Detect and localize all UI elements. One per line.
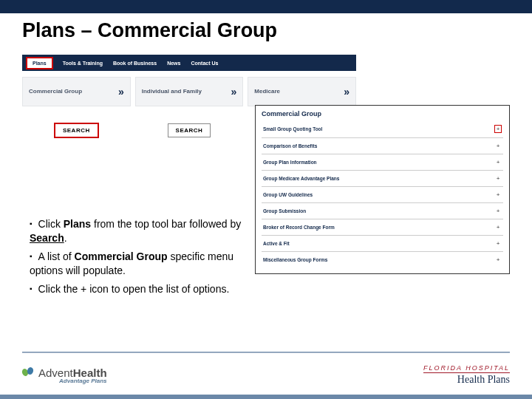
plus-icon[interactable]: +	[494, 191, 502, 198]
plan-card-individual-family[interactable]: Individual and Family »	[135, 77, 244, 106]
cg-row-group-submission[interactable]: Group Submission +	[262, 203, 503, 219]
nav-book-of-business[interactable]: Book of Business	[113, 61, 157, 66]
plan-card-label: Commercial Group	[29, 89, 82, 95]
top-nav: Plans Tools & Training Book of Business …	[22, 55, 356, 71]
page-title: Plans – Commercial Group	[22, 19, 277, 42]
plus-icon[interactable]: +	[494, 175, 502, 182]
nav-plans[interactable]: Plans	[27, 58, 52, 69]
plus-icon[interactable]: +	[494, 208, 502, 214]
cg-panel-title: Commercial Group	[262, 110, 503, 117]
cg-row-misc-group-forms[interactable]: Miscellaneous Group Forms +	[262, 252, 503, 267]
advent-health-logo: AdventHealth Advantage Plans	[22, 366, 107, 384]
cg-row-broker-of-record[interactable]: Broker of Record Change Form +	[262, 219, 503, 236]
leaf-icon	[22, 367, 35, 378]
plus-icon[interactable]: +	[494, 256, 502, 263]
plan-card-label: Individual and Family	[142, 89, 202, 95]
plan-card-commercial-group[interactable]: Commercial Group »	[22, 77, 131, 106]
instruction-item: Click Plans from the top tool bar follow…	[30, 217, 251, 245]
nav-contact-us[interactable]: Contact Us	[191, 61, 218, 66]
plus-icon[interactable]: +	[494, 224, 502, 231]
cg-row-group-medicare-advantage[interactable]: Group Medicare Advantage Plans +	[262, 171, 503, 187]
cg-row-comparison-benefits[interactable]: Comparison of Benefits +	[262, 138, 503, 154]
commercial-group-panel: Commercial Group Small Group Quoting Too…	[255, 105, 510, 274]
cg-row-group-uw-guidelines[interactable]: Group UW Guidelines +	[262, 187, 503, 203]
plus-icon[interactable]: +	[494, 143, 502, 149]
nav-tools-training[interactable]: Tools & Training	[63, 61, 103, 66]
nav-news[interactable]: News	[167, 61, 180, 66]
footer-divider	[22, 352, 510, 353]
cg-row-group-plan-info[interactable]: Group Plan Information +	[262, 154, 503, 171]
plus-icon[interactable]: +	[494, 159, 502, 166]
cg-row-active-fit[interactable]: Active & Fit +	[262, 236, 503, 252]
plus-icon[interactable]: +	[494, 240, 502, 247]
instruction-item: Click the + icon to open the list of opt…	[30, 282, 251, 296]
instruction-list: Click Plans from the top tool bar follow…	[30, 217, 251, 300]
search-button[interactable]: SEARCH	[168, 123, 211, 137]
footer: AdventHealth Advantage Plans FLORIDA HOS…	[22, 364, 510, 386]
plan-card-medicare[interactable]: Medicare »	[248, 77, 356, 106]
chevron-right-icon: »	[231, 86, 237, 98]
plan-card-label: Medicare	[254, 89, 280, 95]
instruction-item: A list of Commercial Group specific menu…	[30, 250, 251, 278]
chevron-right-icon: »	[344, 86, 349, 98]
slide-top-bar	[0, 0, 532, 13]
chevron-right-icon: »	[118, 86, 124, 98]
plus-icon[interactable]: +	[494, 125, 502, 133]
slide-bottom-bar	[0, 395, 532, 399]
search-button[interactable]: SEARCH	[55, 123, 98, 137]
plan-card-row: Commercial Group » Individual and Family…	[22, 77, 356, 106]
cg-row-small-group-quoting[interactable]: Small Group Quoting Tool +	[262, 120, 503, 138]
health-plans-logo: FLORIDA HOSPITAL Health Plans	[423, 364, 510, 386]
